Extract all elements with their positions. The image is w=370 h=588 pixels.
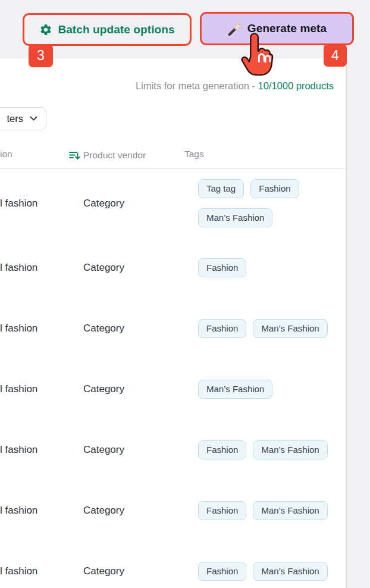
- tag-chip: Man’s Fashion: [253, 501, 327, 520]
- row-description: l fashion: [0, 323, 68, 334]
- column-header-product-vendor[interactable]: Product vendor: [68, 149, 184, 162]
- tag-chip: Fashion: [250, 179, 299, 198]
- row-description: l fashion: [0, 444, 68, 456]
- row-tags: Man’s Fashion: [184, 380, 341, 399]
- row-vendor: Category: [68, 444, 184, 456]
- tag-chip: Man’s Fashion: [253, 319, 327, 338]
- table-row[interactable]: l fashion Category FashionMan’s Fashion: [0, 541, 346, 588]
- tag-chip: Fashion: [198, 501, 246, 520]
- table-row[interactable]: l fashion Category Tag tagFashionMan’s F…: [0, 169, 346, 237]
- table-row[interactable]: l fashion Category Fashion: [0, 237, 346, 298]
- row-tags: FashionMan’s Fashion: [184, 319, 341, 338]
- table-header: ion Product vendor Tags: [0, 149, 346, 169]
- row-vendor: Category: [68, 262, 184, 274]
- tag-chip: Fashion: [198, 319, 246, 338]
- tag-chip: Tag tag: [198, 179, 244, 198]
- row-vendor: Category: [68, 505, 184, 517]
- annotation-badge-4: 4: [324, 44, 347, 67]
- row-vendor: Category: [68, 383, 184, 395]
- column-header-tags[interactable]: Tags: [184, 149, 346, 159]
- row-tags: FashionMan’s Fashion: [184, 501, 341, 520]
- row-description: l fashion: [0, 505, 68, 517]
- gear-icon: [39, 23, 52, 36]
- annotation-badge-3: 3: [29, 44, 53, 67]
- limits-value: 10/1000 products: [258, 80, 334, 91]
- generate-meta-button[interactable]: Generate meta: [200, 12, 354, 45]
- row-vendor: Category: [68, 565, 184, 577]
- row-description: l fashion: [0, 565, 68, 577]
- products-card: Limits for meta generation - 10/1000 pro…: [0, 58, 347, 588]
- table-row[interactable]: l fashion Category FashionMan’s Fashion: [0, 480, 346, 541]
- row-vendor: Category: [68, 198, 184, 209]
- tag-chip: Man’s Fashion: [253, 440, 327, 459]
- row-tags: Tag tagFashionMan’s Fashion: [184, 179, 341, 227]
- table-row[interactable]: l fashion Category FashionMan’s Fashion: [0, 298, 346, 359]
- filters-row: ters: [0, 107, 346, 130]
- row-description: l fashion: [0, 262, 68, 274]
- hand-pointer-cursor: [237, 30, 274, 79]
- tag-chip: Fashion: [198, 440, 246, 459]
- tag-chip: Man’s Fashion: [253, 562, 327, 581]
- row-tags: Fashion: [184, 258, 341, 277]
- row-tags: FashionMan’s Fashion: [184, 440, 341, 459]
- filters-dropdown-button[interactable]: ters: [0, 107, 46, 130]
- table-row[interactable]: l fashion Category Man’s Fashion: [0, 359, 346, 420]
- batch-update-options-label: Batch update options: [58, 23, 174, 36]
- row-tags: FashionMan’s Fashion: [184, 562, 341, 581]
- row-description: l fashion: [0, 383, 68, 395]
- limits-label: Limits for meta generation -: [136, 80, 258, 91]
- tag-chip: Man’s Fashion: [198, 380, 272, 399]
- tag-chip: Fashion: [198, 258, 246, 277]
- batch-update-options-button[interactable]: Batch update options: [23, 13, 192, 46]
- sort-descending-icon[interactable]: [68, 149, 81, 162]
- chevron-down-icon: [30, 116, 37, 121]
- tag-chip: Fashion: [198, 562, 246, 581]
- filters-dropdown-label: ters: [7, 113, 23, 124]
- column-header-description[interactable]: ion: [0, 149, 68, 159]
- tag-chip: Man’s Fashion: [198, 208, 272, 227]
- row-description: l fashion: [0, 198, 68, 209]
- table-body: l fashion Category Tag tagFashionMan’s F…: [0, 169, 346, 588]
- row-vendor: Category: [68, 323, 184, 334]
- top-action-bar: Batch update options 3 Generate meta 4: [0, 0, 370, 58]
- column-header-product-vendor-label: Product vendor: [83, 150, 146, 161]
- table-row[interactable]: l fashion Category FashionMan’s Fashion: [0, 420, 346, 480]
